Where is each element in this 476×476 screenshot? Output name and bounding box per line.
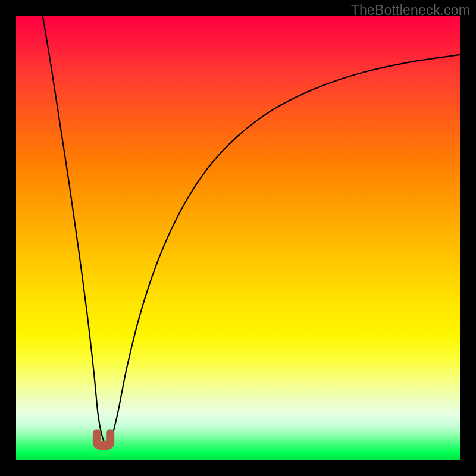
- chart-frame: TheBottleneck.com: [0, 0, 476, 476]
- bottleneck-curve: [43, 16, 460, 444]
- chart-plot-area: [16, 16, 460, 460]
- watermark-text: TheBottleneck.com: [351, 2, 470, 18]
- chart-svg: [16, 16, 460, 460]
